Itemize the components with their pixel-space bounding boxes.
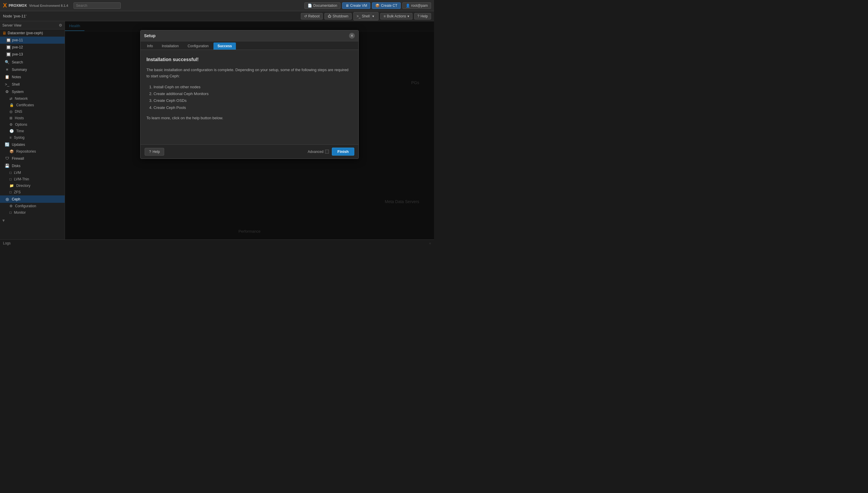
nav-disks[interactable]: 💾 Disks [0,162,65,169]
nav-updates-label: Updates [12,143,25,147]
modal-title: Setup [144,34,156,38]
user-button[interactable]: 👤 root@pam [403,2,431,9]
nav-search[interactable]: 🔍 Search [0,59,65,66]
tab-installation[interactable]: Installation [158,43,183,49]
lvm-thin-icon: □ [9,177,12,181]
nav-hosts[interactable]: ⊞ Hosts [0,115,65,121]
nav-shell[interactable]: >_ Shell [0,81,65,88]
nav-network[interactable]: ⇄ Network [0,95,65,102]
ct-icon: 📦 [375,3,380,8]
nav-system[interactable]: ⚙ System [0,88,65,95]
bulk-icon: ≡ [384,14,386,18]
shell-button[interactable]: >_ Shell ▾ [353,12,378,20]
nav-certificates[interactable]: 🔒 Certificates [0,102,65,108]
nav-ceph-monitor-label: Monitor [14,211,26,215]
tree-node-pve11[interactable]: 🔲 pve-11 [0,37,65,44]
shutdown-button[interactable]: ⏻ Shutdown [324,13,351,20]
nav-shell-label: Shell [12,82,20,86]
nav-time[interactable]: 🕐 Time [0,128,65,134]
nav-repos-label: Repositories [16,149,36,153]
log-indicator: ○ [429,241,431,245]
modal-overlay: Setup ✕ Info Installation Configuration … [65,21,434,239]
shell-dropdown-icon[interactable]: ▾ [371,13,375,19]
topbar-actions: 📄 Documentation 🖥 Create VM 📦 Create CT … [304,2,431,9]
nav-ceph[interactable]: ◎ Ceph [0,195,65,203]
node-label-pve12: pve-12 [12,45,23,49]
syslog-icon: ≡ [9,135,12,140]
nav-lvm-thin[interactable]: □ LVM-Thin [0,176,65,183]
finish-button[interactable]: Finish [332,148,354,155]
nav-ceph-config[interactable]: ⚙ Configuration [0,203,65,209]
node-icon-pve13: 🔲 [6,52,11,57]
logbar: Logs ○ [0,239,434,246]
create-vm-button[interactable]: 🖥 Create VM [342,2,370,9]
gear-icon[interactable]: ⚙ [59,23,62,27]
main-layout: Server View ⚙ 🖥 Datacenter (pve-ceph) 🔲 … [0,21,434,239]
node-icon-pve11: 🔲 [6,38,11,43]
modal-help-button[interactable]: ? Help [145,148,164,155]
time-icon: 🕐 [9,129,14,133]
nav-lvm[interactable]: □ LVM [0,169,65,176]
nav-zfs[interactable]: □ ZFS [0,189,65,195]
bulk-actions-button[interactable]: ≡ Bulk Actions ▾ [380,13,412,20]
nav-updates[interactable]: 🔄 Updates [0,141,65,148]
updates-icon: 🔄 [5,142,9,147]
setup-modal: Setup ✕ Info Installation Configuration … [140,30,359,159]
doc-icon: 📄 [308,3,312,8]
nav-dns[interactable]: ◎ DNS [0,108,65,115]
nav-summary-label: Summary [12,68,27,72]
ceph-monitor-icon: □ [9,211,12,215]
tree-node-pve12[interactable]: 🔲 pve-12 [0,44,65,51]
search-input[interactable] [73,2,121,9]
system-icon: ⚙ [5,89,9,94]
nav-lvm-thin-label: LVM-Thin [14,177,29,181]
nav-syslog[interactable]: ≡ Syslog [0,134,65,141]
nav-system-label: System [12,90,24,94]
nav-summary[interactable]: ≡ Summary [0,66,65,73]
dns-icon: ◎ [9,109,13,114]
nav-options[interactable]: ⚙ Options [0,121,65,128]
node-label: Node 'pve-11' [3,14,26,18]
reboot-button[interactable]: ↺ Reboot [301,13,323,20]
modal-tabs: Info Installation Configuration Success [140,41,359,50]
advanced-checkbox[interactable] [325,150,329,153]
tree-datacenter[interactable]: 🖥 Datacenter (pve-ceph) [0,29,65,37]
nav-repositories[interactable]: 📦 Repositories [0,148,65,155]
zfs-icon: □ [9,190,12,194]
nav-section: 🔍 Search ≡ Summary 📋 Notes >_ Shell ⚙ Sy… [0,58,65,224]
disks-icon: 💾 [5,164,9,168]
help-button[interactable]: ? Help [414,13,431,20]
help-circle-icon: ? [149,150,151,154]
nav-directory[interactable]: 📁 Directory [0,183,65,189]
datacenter-label: Datacenter (pve-ceph) [8,31,43,35]
nav-expand-icon[interactable]: ▾ [0,216,65,223]
nav-firewall[interactable]: 🛡 Firewall [0,155,65,162]
directory-icon: 📁 [9,184,14,188]
shell-icon: >_ [357,14,361,18]
vm-icon: 🖥 [345,3,349,8]
modal-paragraph1: The basic installation and configuration… [147,67,352,80]
nav-syslog-label: Syslog [14,135,24,140]
nav-ceph-monitor[interactable]: □ Monitor [0,209,65,216]
modal-close-button[interactable]: ✕ [349,33,355,39]
tab-info[interactable]: Info [143,43,157,49]
tab-success[interactable]: Success [214,43,236,49]
modal-heading: Installation successful! [147,57,352,62]
nav-notes[interactable]: 📋 Notes [0,73,65,81]
toolbar2: Node 'pve-11' ↺ Reboot ⏻ Shutdown >_ She… [0,11,434,21]
nav-zfs-label: ZFS [14,190,21,194]
lvm-icon: □ [9,171,12,175]
nav-network-label: Network [15,97,28,101]
documentation-button[interactable]: 📄 Documentation [304,2,341,9]
options-icon: ⚙ [9,123,13,127]
summary-icon: ≡ [5,67,9,72]
footer-left: ? Help [145,148,164,155]
network-icon: ⇄ [9,97,13,101]
nav-ceph-label: Ceph [12,197,20,201]
nav-hosts-label: Hosts [15,116,24,120]
tree-node-pve13[interactable]: 🔲 pve-13 [0,51,65,58]
tab-configuration[interactable]: Configuration [183,43,213,49]
step-4: Create Ceph Pools [153,104,352,111]
node-icon-pve12: 🔲 [6,45,11,49]
create-ct-button[interactable]: 📦 Create CT [372,2,400,9]
